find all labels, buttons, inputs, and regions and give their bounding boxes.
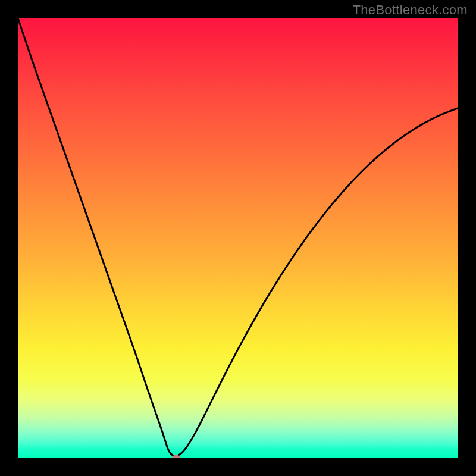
watermark-text: TheBottleneck.com: [353, 2, 468, 18]
chart-frame: TheBottleneck.com: [0, 0, 476, 476]
bottleneck-curve: [18, 18, 458, 458]
optimum-marker: [172, 455, 180, 458]
plot-area: [18, 18, 458, 458]
